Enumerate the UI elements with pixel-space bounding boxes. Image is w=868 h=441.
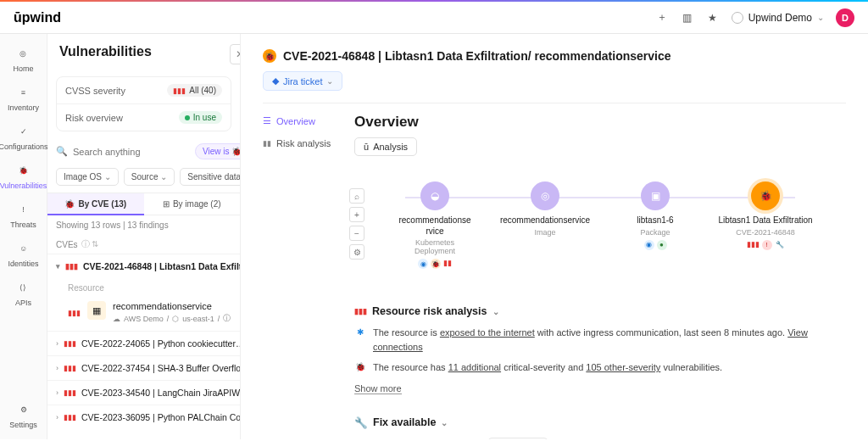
org-name: Upwind Demo [748,12,812,24]
graph-node-deployment[interactable]: ◒ recommendationse rvice Kubernetes Depl… [380,181,490,269]
alert-icon: ! [15,202,31,217]
list-icon: ☰ [263,115,271,126]
jira-ticket-button[interactable]: ◆ Jira ticket ⌄ [263,71,342,91]
user-icon: ☺ [16,241,31,256]
resource-item[interactable]: ▮▮▮ ▦ recommendationservice ☁AWS Demo / … [47,296,240,331]
inventory-icon: ≡ [16,85,31,100]
vulnerability-icon: 🐞 [751,181,780,210]
nav-risk-analysis[interactable]: ▮▮Risk analysis [263,137,334,150]
topology-graph: ⌕ + − ⚙ ◒ recommendationse rvice Kuberne… [354,181,846,283]
other-severity-link[interactable]: 105 other-severity [586,362,660,372]
panel-title: Vulnerabilities [59,44,152,59]
nav-overview[interactable]: ☰Overview [263,114,334,128]
rail-threats-label: Threats [10,220,36,229]
rail-home-label: Home [13,64,33,73]
rail-apis[interactable]: ⟨⟩ APIs [15,280,31,307]
filter-cvss[interactable]: CVSS severity ▮▮▮All (40) [57,77,231,104]
rail-apis-label: APIs [15,299,31,307]
package-icon: ▣ [641,181,670,210]
cve-column-header: CVEs ⓘ ⇅ [47,235,240,254]
rail-settings[interactable]: ⚙ Settings [9,402,37,429]
graph-node-package[interactable]: ▣ libtasn1-6 Package ◉● [600,181,710,269]
org-switcher[interactable]: Upwind Demo ⌄ [732,12,824,24]
cve-row[interactable]: ›▮▮▮CVE-2023-36095 | Python PALChain Co… [47,405,240,429]
package-chip[interactable]: ▣ libtasn1-6 [488,438,548,440]
view-chip[interactable]: View is 🐞 C… [195,143,241,159]
rail-identities[interactable]: ☺ Identities [8,241,38,268]
plus-icon[interactable]: ＋ [655,11,669,25]
bug-badge-icon: 🐞 [263,49,276,63]
resource-label: Resource [47,278,240,296]
exposed-link[interactable]: exposed to the internet [440,327,535,338]
user-avatar[interactable]: D [836,8,854,27]
chevron-down-icon: ▾ [56,262,60,271]
overview-heading: Overview [354,114,846,131]
image-icon: ◎ [531,181,559,210]
chip-source[interactable]: Source ⌄ [124,168,175,186]
panels-icon[interactable]: ▥ [681,11,694,25]
graph-node-cve[interactable]: 🐞 Libtasn1 Data Exfiltration CVE-2021-46… [710,181,821,269]
cve-row[interactable]: ›▮▮▮CVE-2023-34540 | LangChain JiraAPIWr… [47,380,240,405]
risk-label: Risk overview [65,113,123,123]
bars-icon: ▮▮▮ [354,307,367,315]
rail-threats[interactable]: ! Threats [10,202,36,229]
graph-node-image[interactable]: ◎ recommendationservice Image [490,181,600,269]
globe-icon: ✱ [354,326,366,338]
nav-rail: ◎ Home ≡ Inventory ✓ Configurations 🐞 Vu… [0,34,47,439]
list-tabs: 🐞 By CVE (13) ⊞ By image (2) [47,193,240,215]
search-row: 🔍 View is 🐞 C… [47,138,240,165]
chevron-down-icon: ⌄ [441,418,448,427]
running-icon[interactable]: ★ [706,11,720,25]
analysis-logo-icon: ū [364,142,369,152]
show-more-link[interactable]: Show more [354,383,402,394]
bars-icon: ▮▮ [263,139,271,148]
chevron-down-icon: ⌄ [817,13,824,22]
filter-risk[interactable]: Risk overview In use [57,104,231,131]
detail-title: 🐞 CVE-2021-46848 | Libtasn1 Data Exfiltr… [263,49,846,63]
fix-description: There are two possible fixes for ▣ libta… [354,438,846,440]
resource-name: recommendationservice [113,301,231,311]
cve-row[interactable]: ›▮▮▮CVE-2022-37454 | SHA-3 Buffer Overfl… [47,355,240,380]
detail-side-nav: ☰Overview ▮▮Risk analysis [263,114,334,439]
sliders-icon: ⚙ [16,402,31,417]
top-header: pwind ＋ ▥ ★ Upwind Demo ⌄ D [0,2,868,34]
rail-settings-label: Settings [9,421,37,429]
rail-identities-label: Identities [8,260,38,268]
jira-icon: ◆ [272,75,279,87]
tab-by-image[interactable]: ⊞ By image (2) [144,193,241,215]
cvss-value-pill: ▮▮▮All (40) [167,84,222,97]
rail-inventory[interactable]: ≡ Inventory [8,85,39,112]
additional-critical-link[interactable]: 11 additional [448,362,501,372]
rail-vulnerabilities[interactable]: 🐞 Vulnerabilities [0,163,47,190]
close-panel-button[interactable]: ✕ [230,44,241,64]
chip-sensitive[interactable]: Sensitive data [180,168,241,186]
chip-image-os[interactable]: Image OS ⌄ [56,168,119,186]
check-icon: ✓ [16,124,31,139]
tab-by-cve[interactable]: 🐞 By CVE (13) [47,193,144,215]
row-count: Showing 13 rows | 13 findings [47,215,240,235]
chevron-down-icon: ⌄ [492,307,499,316]
deployment-icon: ◒ [420,181,449,210]
fix-available-heading: 🔧 Fix available ⌄ [354,416,846,429]
cve-row-selected[interactable]: ▾ ▮▮▮ CVE-2021-46848 | Libtasn1 Data Exf… [47,254,240,278]
search-input[interactable] [73,147,190,157]
cve-row[interactable]: ›▮▮▮CVE-2022-24065 | Python cookiecutter… [47,331,240,355]
rail-home[interactable]: ◎ Home [13,46,33,73]
severity-bars-icon: ▮▮▮ [68,309,81,317]
severity-bars-icon: ▮▮▮ [65,262,78,271]
rail-configurations[interactable]: ✓ Configurations [0,124,48,151]
filter-chip-row: Image OS ⌄ Source ⌄ Sensitive data [47,165,240,193]
chevron-down-icon: ⌄ [326,76,333,86]
filters-box: CVSS severity ▮▮▮All (40) Risk overview … [56,76,231,131]
home-icon: ◎ [15,46,31,61]
rail-config-label: Configurations [0,142,48,151]
detail-panel: 🐞 CVE-2021-46848 | Libtasn1 Data Exfiltr… [241,34,868,439]
code-icon: ⟨⟩ [15,280,31,295]
resource-meta: ☁AWS Demo / ⬡us-east-1 / ⓘ [113,313,231,324]
wrench-icon: 🔧 [354,416,368,429]
vuln-list-panel: Vulnerabilities ✕ CVSS severity ▮▮▮All (… [47,34,241,439]
search-icon: 🔍 [56,146,68,157]
analysis-button[interactable]: ū Analysis [354,137,417,156]
cvss-label: CVSS severity [65,86,125,96]
risk-analysis-heading: ▮▮▮ Resource risk analysis ⌄ [354,305,846,317]
